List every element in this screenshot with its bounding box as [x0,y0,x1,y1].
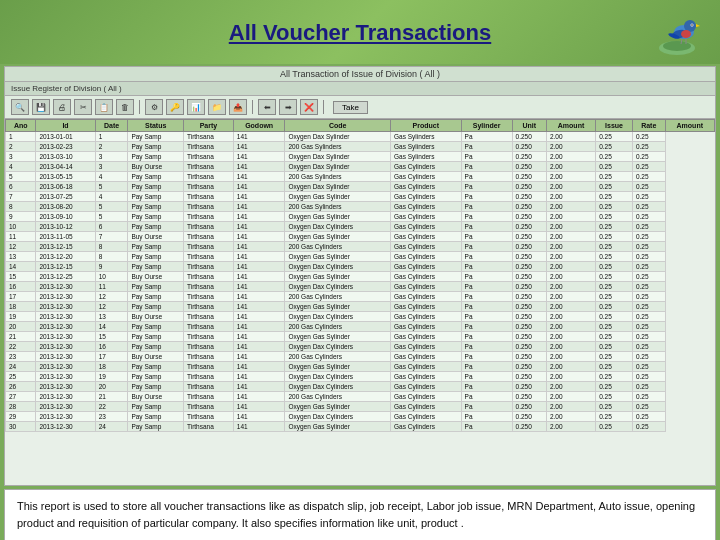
toolbar-prev-btn[interactable]: ⬅ [258,99,276,115]
toolbar-export-btn[interactable]: 📤 [229,99,247,115]
toolbar-settings-btn[interactable]: ⚙ [145,99,163,115]
table-cell: 17 [6,292,36,302]
table-cell: 141 [233,412,285,422]
toolbar-delete-btn[interactable]: 🗑 [116,99,134,115]
table-cell: 0.250 [512,362,546,372]
table-cell: Pay Samp [128,322,184,332]
table-cell: 0.25 [596,422,633,432]
table-row[interactable]: 172013-12-3012Pay SampTirthsana141200 Ga… [6,292,715,302]
table-cell: 0.25 [632,282,665,292]
table-cell: 0.250 [512,172,546,182]
table-row[interactable]: 252013-12-3019Pay SampTirthsana141Oxygen… [6,372,715,382]
table-row[interactable]: 62013-06-185Pay SampTirthsana141Oxygen D… [6,182,715,192]
table-row[interactable]: 292013-12-3023Pay SampTirthsana141Oxygen… [6,412,715,422]
table-cell: 13 [95,312,128,322]
table-row[interactable]: 302013-12-3024Pay SampTirthsana141Oxygen… [6,422,715,432]
table-row[interactable]: 182013-12-3012Pay SampTirthsana141Oxygen… [6,302,715,312]
table-row[interactable]: 152013-12-2510Buy OurseTirthsana141Oxyge… [6,272,715,282]
table-row[interactable]: 132013-12-208Pay SampTirthsana141Oxygen … [6,252,715,262]
table-row[interactable]: 242013-12-3018Pay SampTirthsana141Oxygen… [6,362,715,372]
table-row[interactable]: 122013-12-158Pay SampTirthsana141200 Gas… [6,242,715,252]
table-row[interactable]: 92013-09-105Pay SampTirthsana141Oxygen G… [6,212,715,222]
table-cell: Pay Samp [128,362,184,372]
table-cell: Pa [461,152,512,162]
table-cell: Pa [461,372,512,382]
table-cell: Pay Samp [128,172,184,182]
table-cell: 141 [233,182,285,192]
table-cell: 1 [95,132,128,142]
table-row[interactable]: 12013-01-011Pay SampTirthsana141Oxygen D… [6,132,715,142]
table-row[interactable]: 72013-07-254Pay SampTirthsana141Oxygen G… [6,192,715,202]
table-cell: Pay Samp [128,342,184,352]
table-cell: 0.25 [632,322,665,332]
table-cell: 141 [233,422,285,432]
toolbar-save-btn[interactable]: 💾 [32,99,50,115]
table-cell: 10 [6,222,36,232]
toolbar-print-btn[interactable]: 🖨 [53,99,71,115]
table-row[interactable]: 212013-12-3015Pay SampTirthsana141Oxygen… [6,332,715,342]
table-cell: Gas Cylinders [391,242,461,252]
table-cell: Tirthsana [183,302,233,312]
table-cell: Pay Samp [128,332,184,342]
table-cell: 0.250 [512,282,546,292]
table-cell: 15 [6,272,36,282]
table-cell: 0.25 [632,142,665,152]
table-cell: Buy Ourse [128,392,184,402]
table-cell: Pa [461,402,512,412]
table-cell: 2.00 [546,402,595,412]
table-cell: 2013-04-14 [36,162,95,172]
toolbar-key-btn[interactable]: 🔑 [166,99,184,115]
col-rate: Rate [632,120,665,132]
table-cell: Tirthsana [183,282,233,292]
table-row[interactable]: 82013-08-205Pay SampTirthsana141200 Gas … [6,202,715,212]
table-row[interactable]: 52013-05-154Pay SampTirthsana141200 Gas … [6,172,715,182]
toolbar-chart-btn[interactable]: 📊 [187,99,205,115]
table-cell: 5 [6,172,36,182]
table-row[interactable]: 272013-12-3021Buy OurseTirthsana141200 G… [6,392,715,402]
table-row[interactable]: 22013-02-232Pay SampTirthsana141200 Gas … [6,142,715,152]
toolbar-copy-btn[interactable]: 📋 [95,99,113,115]
table-cell: Gas Cylinders [391,172,461,182]
table-cell: 21 [95,392,128,402]
table-container[interactable]: Ano Id Date Status Party Godown Code Pro… [5,119,715,459]
table-cell: Pa [461,192,512,202]
table-cell: 0.250 [512,152,546,162]
table-cell: 19 [95,372,128,382]
table-cell: 200 Gas Sylinders [285,142,391,152]
table-cell: 0.250 [512,322,546,332]
table-cell: 141 [233,132,285,142]
toolbar-next-btn[interactable]: ➡ [279,99,297,115]
table-cell: 18 [6,302,36,312]
table-row[interactable]: 222013-12-3016Pay SampTirthsana141Oxygen… [6,342,715,352]
table-cell: Pa [461,332,512,342]
take-button[interactable]: Take [333,101,368,114]
table-row[interactable]: 192013-12-3013Buy OurseTirthsana141Oxyge… [6,312,715,322]
col-id: Id [36,120,95,132]
table-row[interactable]: 32013-03-103Pay SampTirthsana141Oxygen D… [6,152,715,162]
table-row[interactable]: 102013-10-126Pay SampTirthsana141Oxygen … [6,222,715,232]
table-cell: Gas Cylinders [391,272,461,282]
toolbar-close-btn[interactable]: ❌ [300,99,318,115]
table-cell: 0.250 [512,132,546,142]
table-row[interactable]: 142013-12-159Pay SampTirthsana141Oxygen … [6,262,715,272]
table-row[interactable]: 202013-12-3014Pay SampTirthsana141200 Ga… [6,322,715,332]
table-row[interactable]: 42013-04-143Buy OurseTirthsana141Oxygen … [6,162,715,172]
toolbar-folder-btn[interactable]: 📁 [208,99,226,115]
table-cell: 0.25 [596,322,633,332]
table-cell: Pa [461,142,512,152]
table-row[interactable]: 162013-12-3011Pay SampTirthsana141Oxygen… [6,282,715,292]
table-cell: Tirthsana [183,342,233,352]
table-cell: Pa [461,412,512,422]
table-row[interactable]: 262013-12-3020Pay SampTirthsana141Oxygen… [6,382,715,392]
table-cell: 2.00 [546,172,595,182]
table-cell: 21 [6,332,36,342]
table-row[interactable]: 112013-11-057Buy OurseTirthsana141Oxygen… [6,232,715,242]
toolbar-cut-btn[interactable]: ✂ [74,99,92,115]
table-row[interactable]: 232013-12-3017Buy OurseTirthsana141200 G… [6,352,715,362]
table-row[interactable]: 282013-12-3022Pay SampTirthsana141Oxygen… [6,402,715,412]
table-cell: 0.250 [512,292,546,302]
toolbar-search-btn[interactable]: 🔍 [11,99,29,115]
col-issue: Issue [596,120,633,132]
table-cell: 30 [6,422,36,432]
table-cell: Tirthsana [183,262,233,272]
